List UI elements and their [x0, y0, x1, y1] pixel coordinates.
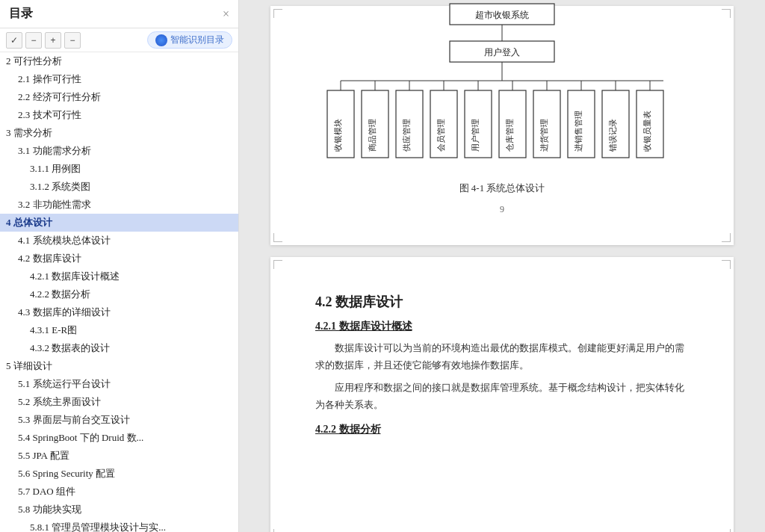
toc-item-3[interactable]: 3 需求分析 [0, 124, 238, 142]
toc-label: 3.2 非功能性需求 [18, 198, 91, 211]
toc-label: 5.5 JPA 配置 [18, 449, 69, 463]
toc-item-5.8[interactable]: 5.8 功能块实现 [0, 501, 238, 519]
smart-icon [155, 34, 167, 46]
toc-label: 5.3 界面层与前台交互设计 [18, 413, 130, 427]
toc-item-2.2[interactable]: 2.2 经济可行性分析 [0, 88, 238, 106]
diagram-area: 超市收银系统 用户登入 收银模块 [315, 2, 689, 215]
toc-item-5.3[interactable]: 5.3 界面层与前台交互设计 [0, 411, 238, 429]
svg-text:收银模块: 收银模块 [333, 119, 342, 152]
smart-identify-button[interactable]: 智能识别目录 [147, 31, 232, 49]
toc-list: 2 可行性分析2.1 操作可行性2.2 经济可行性分析2.3 技术可行性3 需求… [0, 52, 238, 532]
svg-text:错误记录: 错误记录 [608, 119, 617, 152]
toc-label: 3 需求分析 [6, 126, 52, 140]
svg-text:超市收银系统: 超市收银系统 [475, 10, 529, 20]
svg-text:进销售管理: 进销售管理 [574, 111, 583, 152]
svg-text:商品管理: 商品管理 [368, 119, 377, 152]
toc-item-4.3.2[interactable]: 4.3.2 数据表的设计 [0, 339, 238, 357]
toc-label: 5.2 系统主界面设计 [18, 395, 101, 409]
toc-item-5.8.1[interactable]: 5.8.1 管理员管理模块设计与实... [0, 519, 238, 532]
sidebar: 目录 × ✓ − + − 智能识别目录 2 可行性分析2.1 操作可行性2.2 … [0, 0, 239, 532]
toc-label: 4.3.1 E-R图 [30, 324, 77, 337]
toc-item-3.1[interactable]: 3.1 功能需求分析 [0, 142, 238, 160]
toc-item-feasibility[interactable]: 2 可行性分析 [0, 52, 238, 70]
check-button[interactable]: ✓ [6, 32, 22, 49]
svg-text:进货管理: 进货管理 [539, 119, 548, 152]
page-number: 9 [500, 204, 504, 215]
page-text: 4.2 数据库设计 4.2.1 数据库设计概述 数据库设计可以为当前的环境构造出… [270, 257, 734, 532]
toc-label: 4.2.2 数据分析 [30, 288, 90, 301]
subsection1-heading: 4.2.1 数据库设计概述 [315, 320, 689, 333]
remove-button[interactable]: − [64, 32, 81, 49]
svg-text:会员管理: 会员管理 [436, 119, 445, 152]
close-button[interactable]: × [223, 7, 229, 21]
svg-text:仓库管理: 仓库管理 [505, 119, 514, 152]
toc-label: 4.2.1 数据库设计概述 [30, 270, 120, 283]
sidebar-header: 目录 × [0, 0, 238, 28]
svg-text:用户管理: 用户管理 [471, 119, 480, 152]
toc-item-5.2[interactable]: 5.2 系统主界面设计 [0, 393, 238, 411]
toc-label: 5.6 Spring Security 配置 [18, 467, 115, 480]
main-content: 超市收银系统 用户登入 收银模块 [239, 0, 765, 532]
system-diagram: 超市收银系统 用户登入 收银模块 [323, 2, 681, 174]
body-text-2: 应用程序和数据之间的接口就是数据库管理系统。基于概念结构设计，把实体转化为各种关… [315, 379, 689, 414]
toc-item-4.3[interactable]: 4.3 数据库的详细设计 [0, 303, 238, 321]
toc-label: 2.2 经济可行性分析 [18, 90, 101, 104]
collapse-button[interactable]: − [25, 32, 42, 49]
page-diagram: 超市收银系统 用户登入 收银模块 [270, 6, 734, 245]
toc-label: 5 详细设计 [6, 359, 52, 373]
toc-item-5.6[interactable]: 5.6 Spring Security 配置 [0, 465, 238, 483]
toc-item-4.1[interactable]: 4.1 系统模块总体设计 [0, 232, 238, 250]
toc-label: 2.1 操作可行性 [18, 72, 81, 86]
toc-label: 5.8.1 管理员管理模块设计与实... [30, 521, 166, 532]
svg-text:供应管理: 供应管理 [402, 119, 411, 152]
toc-item-3.1.1[interactable]: 3.1.1 用例图 [0, 160, 238, 178]
toc-item-4.2[interactable]: 4.2 数据库设计 [0, 250, 238, 267]
toc-item-5.1[interactable]: 5.1 系统运行平台设计 [0, 375, 238, 393]
toc-label: 5.8 功能块实现 [18, 503, 81, 516]
toc-label: 2.3 技术可行性 [18, 108, 81, 122]
toc-item-4.2.1[interactable]: 4.2.1 数据库设计概述 [0, 267, 238, 285]
toc-label: 5.4 SpringBoot 下的 Druid 数... [18, 431, 143, 445]
subsection2-heading: 4.2.2 数据分析 [315, 423, 689, 436]
toc-item-2.1[interactable]: 2.1 操作可行性 [0, 70, 238, 88]
toc-label: 3.1.1 用例图 [30, 162, 81, 176]
toc-label: 2 可行性分析 [6, 55, 62, 68]
toc-label: 5.7 DAO 组件 [18, 485, 75, 498]
toc-item-4[interactable]: 4 总体设计 [0, 214, 238, 232]
toc-label: 4 总体设计 [6, 216, 52, 229]
toc-item-3.2[interactable]: 3.2 非功能性需求 [0, 196, 238, 214]
toc-item-3.1.2[interactable]: 3.1.2 系统类图 [0, 178, 238, 196]
toc-label: 4.2 数据库设计 [18, 252, 81, 265]
toc-item-2.3[interactable]: 2.3 技术可行性 [0, 106, 238, 124]
sidebar-toolbar: ✓ − + − 智能识别目录 [0, 28, 238, 52]
toc-label: 5.1 系统运行平台设计 [18, 377, 111, 391]
toc-label: 3.1 功能需求分析 [18, 144, 91, 158]
sidebar-title: 目录 [9, 6, 33, 22]
body-text-1: 数据库设计可以为当前的环境构造出最优的数据库模式。创建能更好满足用户的需求的数据… [315, 339, 689, 374]
expand-button[interactable]: + [45, 32, 61, 49]
toc-label: 3.1.2 系统类图 [30, 180, 90, 194]
toc-item-4.2.2[interactable]: 4.2.2 数据分析 [0, 285, 238, 303]
section-heading: 4.2 数据库设计 [315, 293, 689, 311]
toc-item-5.7[interactable]: 5.7 DAO 组件 [0, 483, 238, 501]
smart-btn-label: 智能识别目录 [170, 34, 224, 46]
toc-item-4.3.1[interactable]: 4.3.1 E-R图 [0, 321, 238, 339]
toc-item-5.5[interactable]: 5.5 JPA 配置 [0, 447, 238, 465]
svg-text:收银员量表: 收银员量表 [642, 111, 651, 152]
diagram-title: 图 4-1 系统总体设计 [459, 182, 545, 195]
toc-label: 4.3.2 数据表的设计 [30, 341, 110, 355]
toc-item-5[interactable]: 5 详细设计 [0, 357, 238, 375]
toc-item-5.4[interactable]: 5.4 SpringBoot 下的 Druid 数... [0, 429, 238, 447]
toc-label: 4.1 系统模块总体设计 [18, 234, 111, 247]
svg-text:用户登入: 用户登入 [484, 47, 520, 58]
toc-label: 4.3 数据库的详细设计 [18, 306, 111, 319]
